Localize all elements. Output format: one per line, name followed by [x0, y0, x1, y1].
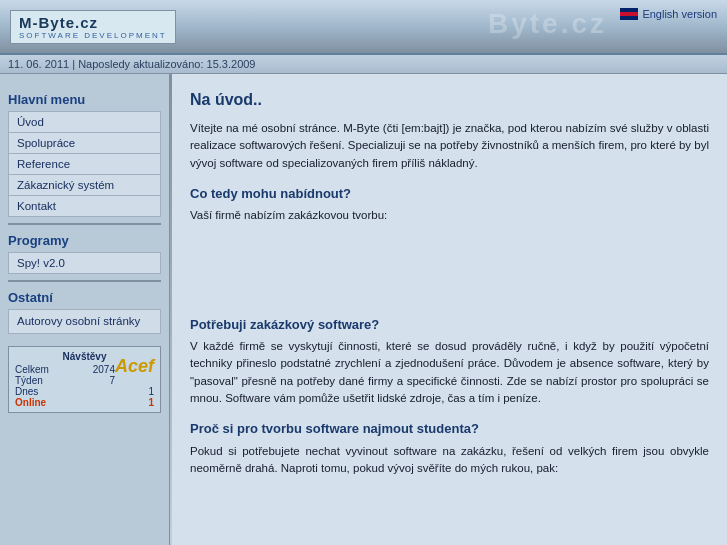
english-version-link[interactable]: English version: [620, 8, 717, 20]
main-layout: Hlavní menu Úvod Spolupráce Reference Zá…: [0, 74, 727, 545]
menu-item-spy[interactable]: Spy! v2.0: [8, 252, 161, 274]
other-title: Ostatní: [8, 290, 161, 305]
section1-text: Vaší firmě nabízím zakázkovou tvorbu:: [190, 207, 709, 224]
english-version-label: English version: [642, 8, 717, 20]
stats-val-dnes: 1: [148, 386, 154, 397]
menu-item-uvod[interactable]: Úvod: [8, 111, 161, 132]
date-text: 11. 06. 2011 | Naposledy aktualizováno: …: [8, 58, 255, 70]
menu-separator-2: [8, 280, 161, 282]
programs-title: Programy: [8, 233, 161, 248]
stats-label-tyden: Týden: [15, 375, 43, 386]
menu-item-spoluprace[interactable]: Spolupráce: [8, 132, 161, 153]
stats-row-online: Online 1: [15, 397, 154, 408]
header-bg-text: Byte.cz: [488, 8, 607, 40]
acef-logo: Acef: [115, 356, 154, 377]
menu-item-reference[interactable]: Reference: [8, 153, 161, 174]
logo[interactable]: M-Byte.cz Software Development: [10, 10, 176, 44]
date-bar: 11. 06. 2011 | Naposledy aktualizováno: …: [0, 55, 727, 74]
menu-separator-1: [8, 223, 161, 225]
section3-title: Proč si pro tvorbu software najmout stud…: [190, 419, 709, 439]
stats-label-online: Online: [15, 397, 46, 408]
content-intro: Vítejte na mé osobní stránce. M-Byte (čt…: [190, 120, 709, 172]
stats-row-celkem: Celkem 2074: [15, 364, 115, 375]
stats-row-tyden: Týden 7: [15, 375, 115, 386]
main-menu: Úvod Spolupráce Reference Zákaznický sys…: [8, 111, 161, 217]
logo-title: M-Byte.cz: [19, 14, 167, 31]
content-area: Na úvod.. Vítejte na mé osobní stránce. …: [172, 74, 727, 545]
header: M-Byte.cz Software Development Byte.cz E…: [0, 0, 727, 55]
section3-text: Pokud si potřebujete nechat vyvinout sof…: [190, 443, 709, 478]
stats-val-online: 1: [148, 397, 154, 408]
sidebar: Hlavní menu Úvod Spolupráce Reference Zá…: [0, 74, 170, 545]
menu-item-zakaznicky-system[interactable]: Zákaznický systém: [8, 174, 161, 195]
menu-item-kontakt[interactable]: Kontakt: [8, 195, 161, 217]
section2-title: Potřebuji zakázkový software?: [190, 315, 709, 335]
content-heading: Na úvod..: [190, 88, 709, 112]
menu-item-autorovy-stranky[interactable]: Autorovy osobní stránky: [8, 309, 161, 334]
logo-subtitle: Software Development: [19, 31, 167, 40]
programs-menu: Spy! v2.0: [8, 252, 161, 274]
stats-val-celkem: 2074: [93, 364, 115, 375]
uk-flag-icon: [620, 8, 638, 20]
section2-text: V každé firmě se vyskytují činnosti, kte…: [190, 338, 709, 407]
stats-label-dnes: Dnes: [15, 386, 38, 397]
stats-row-dnes: Dnes 1: [15, 386, 154, 397]
stats-val-tyden: 7: [109, 375, 115, 386]
stats-label-celkem: Celkem: [15, 364, 49, 375]
section1-title: Co tedy mohu nabídnout?: [190, 184, 709, 204]
main-menu-title: Hlavní menu: [8, 92, 161, 107]
stats-box: Návštěvy Acef Celkem 2074 Týden 7 Dnes 1…: [8, 346, 161, 413]
other-menu: Autorovy osobní stránky: [8, 309, 161, 334]
